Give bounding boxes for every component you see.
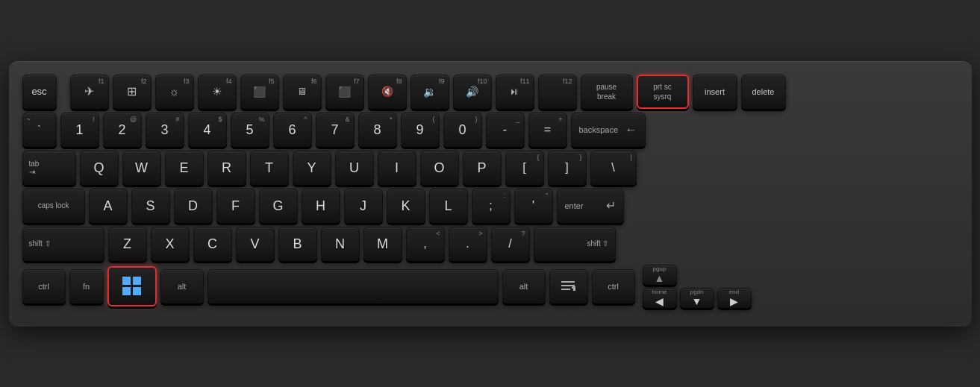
key-e[interactable]: E — [165, 151, 204, 185]
key-bracket-right[interactable]: } ] — [548, 151, 587, 185]
key-windows[interactable] — [107, 266, 157, 306]
key-f6[interactable]: f6 🖥 — [283, 75, 322, 109]
key-enter[interactable]: enter ↵ — [557, 189, 624, 223]
key-ctrl-left[interactable]: ctrl — [22, 269, 66, 303]
key-f2[interactable]: f2 ⊞ — [113, 75, 152, 109]
svg-rect-3 — [133, 287, 141, 295]
key-o[interactable]: O — [420, 151, 459, 185]
key-0[interactable]: ) 0 — [443, 113, 482, 147]
svg-rect-5 — [561, 285, 575, 286]
key-semicolon[interactable]: : ; — [472, 189, 511, 223]
key-v[interactable]: V — [236, 227, 275, 261]
key-fn[interactable]: fn — [69, 269, 104, 303]
keyboard: esc f1 ✈ f2 ⊞ f3 ☼ f4 ☀ f5 ⬛ f6 🖥 f7 — [9, 61, 972, 327]
key-f5[interactable]: f5 ⬛ — [240, 75, 279, 109]
key-s[interactable]: S — [131, 189, 170, 223]
svg-rect-4 — [561, 281, 575, 283]
key-6[interactable]: ^ 6 — [273, 113, 312, 147]
key-tab[interactable]: tab⇥ — [22, 151, 76, 185]
key-5[interactable]: % 5 — [231, 113, 269, 147]
key-ctrl-right[interactable]: ctrl — [592, 269, 635, 303]
asdf-row: caps lock A S D F G H J K L : ; " ' ente… — [22, 189, 958, 223]
svg-rect-0 — [122, 277, 131, 285]
key-shift-left[interactable]: shift ⇧ — [22, 227, 104, 261]
key-insert[interactable]: insert — [693, 75, 737, 109]
key-r[interactable]: R — [207, 151, 246, 185]
key-f1[interactable]: f1 ✈ — [70, 75, 109, 109]
key-b[interactable]: B — [278, 227, 317, 261]
key-l[interactable]: L — [429, 189, 468, 223]
svg-rect-2 — [122, 287, 131, 295]
key-f4[interactable]: f4 ☀ — [198, 75, 237, 109]
key-4[interactable]: $ 4 — [188, 113, 227, 147]
key-f7[interactable]: f7 ⬛ — [325, 75, 364, 109]
key-period[interactable]: > . — [449, 227, 487, 261]
key-arrow-down[interactable]: pgdn ▼ — [680, 288, 714, 308]
key-slash[interactable]: ? / — [491, 227, 530, 261]
fn-row: esc f1 ✈ f2 ⊞ f3 ☼ f4 ☀ f5 ⬛ f6 🖥 f7 — [22, 75, 958, 109]
key-p[interactable]: P — [463, 151, 502, 185]
svg-rect-9 — [572, 287, 575, 289]
key-2[interactable]: @ 2 — [103, 113, 142, 147]
svg-rect-8 — [570, 289, 573, 291]
key-f9[interactable]: f9 🔉 — [411, 75, 449, 109]
arrow-cluster: pgup ▲ home ◀ pgdn ▼ — [643, 265, 752, 308]
key-arrow-up[interactable]: pgup ▲ — [643, 265, 677, 285]
key-alt-right[interactable]: alt — [502, 269, 546, 303]
key-arrow-left[interactable]: home ◀ — [643, 288, 677, 308]
number-row: ~ ` ! 1 @ 2 # 3 $ 4 % 5 ^ 6 & 7 — [22, 113, 958, 147]
key-equals[interactable]: + = — [528, 113, 567, 147]
key-n[interactable]: N — [321, 227, 360, 261]
key-pause-break[interactable]: pausebreak — [581, 75, 633, 109]
key-g[interactable]: G — [259, 189, 298, 223]
key-f12[interactable]: f12 — [538, 75, 577, 109]
key-caps-lock[interactable]: caps lock — [22, 189, 85, 223]
key-arrow-right[interactable]: end ▶ — [717, 288, 752, 308]
key-y[interactable]: Y — [293, 151, 331, 185]
key-1[interactable]: ! 1 — [60, 113, 99, 147]
key-h[interactable]: H — [302, 189, 340, 223]
svg-rect-1 — [133, 277, 141, 285]
key-f8[interactable]: f8 🔇 — [368, 75, 407, 109]
key-menu[interactable] — [549, 269, 588, 303]
key-f11[interactable]: f11 ⏯ — [496, 75, 534, 109]
key-alt-left[interactable]: alt — [160, 269, 204, 303]
qwerty-row: tab⇥ Q W E R T Y U I O P { [ } ] | \ — [22, 151, 958, 185]
key-d[interactable]: D — [174, 189, 213, 223]
key-u[interactable]: U — [335, 151, 374, 185]
key-t[interactable]: T — [250, 151, 289, 185]
key-quote[interactable]: " ' — [514, 189, 553, 223]
key-c[interactable]: C — [193, 227, 232, 261]
key-z[interactable]: Z — [108, 227, 147, 261]
key-comma[interactable]: < , — [406, 227, 445, 261]
key-f10[interactable]: f10 🔊 — [453, 75, 492, 109]
key-i[interactable]: I — [378, 151, 416, 185]
key-minus[interactable]: _ - — [486, 113, 525, 147]
key-3[interactable]: # 3 — [146, 113, 184, 147]
key-a[interactable]: A — [89, 189, 128, 223]
key-m[interactable]: M — [363, 227, 402, 261]
key-space[interactable] — [207, 269, 499, 303]
key-prt-sc[interactable]: prt scsysrq — [637, 75, 689, 109]
key-shift-right[interactable]: shift ⇧ — [534, 227, 616, 261]
key-k[interactable]: K — [387, 189, 425, 223]
key-backtick[interactable]: ~ ` — [22, 113, 57, 147]
key-w[interactable]: W — [122, 151, 161, 185]
key-bracket-left[interactable]: { [ — [505, 151, 544, 185]
key-q[interactable]: Q — [80, 151, 119, 185]
key-9[interactable]: ( 9 — [401, 113, 440, 147]
bottom-row: ctrl fn alt alt — [22, 265, 958, 308]
key-backspace[interactable]: backspace ← — [571, 113, 646, 147]
key-backslash[interactable]: | \ — [590, 151, 637, 185]
key-7[interactable]: & 7 — [316, 113, 355, 147]
key-esc[interactable]: esc — [22, 75, 57, 109]
zxcv-row: shift ⇧ Z X C V B N M < , > . ? / shift … — [22, 227, 958, 261]
key-f3[interactable]: f3 ☼ — [155, 75, 194, 109]
key-x[interactable]: X — [151, 227, 190, 261]
key-8[interactable]: * 8 — [358, 113, 397, 147]
key-j[interactable]: J — [344, 189, 383, 223]
key-f[interactable]: F — [216, 189, 255, 223]
key-delete[interactable]: delete — [741, 75, 786, 109]
